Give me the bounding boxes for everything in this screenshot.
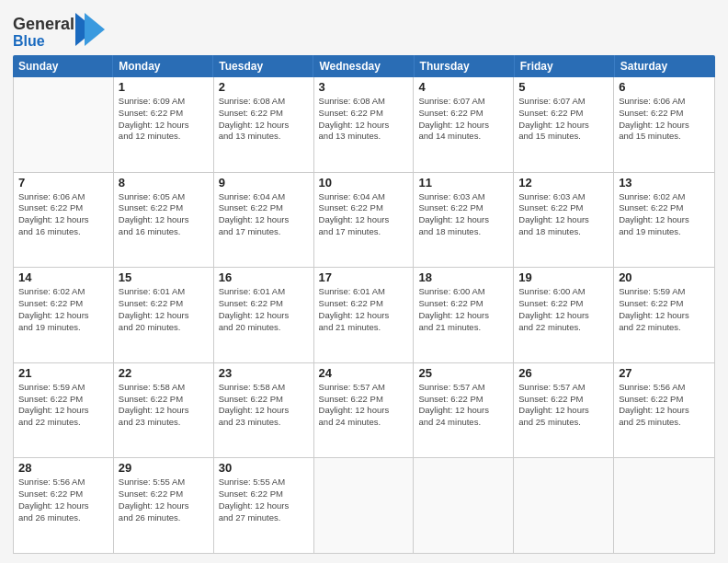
cell-info: Sunrise: 5:56 AM Sunset: 6:22 PM Dayligh…: [619, 382, 710, 429]
day-number: 11: [418, 176, 508, 190]
calendar-cell: 20Sunrise: 5:59 AM Sunset: 6:22 PM Dayli…: [614, 268, 714, 362]
calendar-cell: 28Sunrise: 5:56 AM Sunset: 6:22 PM Dayli…: [14, 458, 114, 553]
calendar-cell: 26Sunrise: 5:57 AM Sunset: 6:22 PM Dayli…: [514, 363, 614, 458]
cell-info: Sunrise: 6:01 AM Sunset: 6:22 PM Dayligh…: [219, 286, 309, 333]
calendar-cell: 24Sunrise: 5:57 AM Sunset: 6:22 PM Dayli…: [314, 363, 415, 458]
day-number: 15: [119, 270, 209, 284]
calendar-cell: 4Sunrise: 6:07 AM Sunset: 6:22 PM Daylig…: [414, 77, 514, 172]
cell-info: Sunrise: 5:59 AM Sunset: 6:22 PM Dayligh…: [619, 286, 710, 333]
header: General Blue: [13, 9, 715, 50]
calendar-row: 1Sunrise: 6:09 AM Sunset: 6:22 PM Daylig…: [14, 77, 714, 173]
day-number: 17: [319, 270, 409, 284]
cell-info: Sunrise: 6:07 AM Sunset: 6:22 PM Dayligh…: [418, 96, 508, 143]
calendar-cell: 23Sunrise: 5:58 AM Sunset: 6:22 PM Dayli…: [214, 363, 314, 458]
calendar-cell: 21Sunrise: 5:59 AM Sunset: 6:22 PM Dayli…: [14, 363, 114, 458]
cell-info: Sunrise: 5:55 AM Sunset: 6:22 PM Dayligh…: [119, 477, 209, 523]
day-number: 13: [619, 176, 710, 190]
calendar-cell: 1Sunrise: 6:09 AM Sunset: 6:22 PM Daylig…: [114, 77, 214, 172]
day-number: 24: [319, 366, 409, 380]
cell-info: Sunrise: 6:04 AM Sunset: 6:22 PM Dayligh…: [319, 191, 409, 238]
calendar-cell: 11Sunrise: 6:03 AM Sunset: 6:22 PM Dayli…: [414, 173, 514, 268]
calendar-cell: 6Sunrise: 6:06 AM Sunset: 6:22 PM Daylig…: [614, 77, 714, 172]
calendar-header: SundayMondayTuesdayWednesdayThursdayFrid…: [13, 55, 715, 77]
cell-info: Sunrise: 6:05 AM Sunset: 6:22 PM Dayligh…: [119, 191, 209, 238]
cell-info: Sunrise: 6:03 AM Sunset: 6:22 PM Dayligh…: [418, 191, 508, 238]
calendar: SundayMondayTuesdayWednesdayThursdayFrid…: [13, 55, 715, 554]
calendar-cell: 15Sunrise: 6:01 AM Sunset: 6:22 PM Dayli…: [114, 268, 214, 362]
day-number: 3: [319, 80, 409, 94]
cell-info: Sunrise: 6:00 AM Sunset: 6:22 PM Dayligh…: [418, 286, 508, 333]
calendar-cell: 27Sunrise: 5:56 AM Sunset: 6:22 PM Dayli…: [614, 363, 714, 458]
cell-info: Sunrise: 5:58 AM Sunset: 6:22 PM Dayligh…: [219, 382, 309, 429]
cell-info: Sunrise: 6:06 AM Sunset: 6:22 PM Dayligh…: [619, 96, 710, 143]
cell-info: Sunrise: 5:56 AM Sunset: 6:22 PM Dayligh…: [18, 477, 108, 523]
day-number: 12: [518, 176, 609, 190]
calendar-cell: 25Sunrise: 5:57 AM Sunset: 6:22 PM Dayli…: [414, 363, 514, 458]
day-number: 21: [18, 366, 108, 380]
calendar-row: 28Sunrise: 5:56 AM Sunset: 6:22 PM Dayli…: [14, 458, 714, 553]
calendar-cell: [414, 458, 514, 553]
day-number: 2: [219, 80, 309, 94]
calendar-cell: 22Sunrise: 5:58 AM Sunset: 6:22 PM Dayli…: [114, 363, 214, 458]
cell-info: Sunrise: 6:03 AM Sunset: 6:22 PM Dayligh…: [518, 191, 609, 238]
cell-info: Sunrise: 6:06 AM Sunset: 6:22 PM Dayligh…: [18, 191, 108, 238]
header-day: Wednesday: [313, 55, 414, 77]
cell-info: Sunrise: 6:08 AM Sunset: 6:22 PM Dayligh…: [219, 96, 309, 143]
cell-info: Sunrise: 6:00 AM Sunset: 6:22 PM Dayligh…: [518, 286, 609, 333]
day-number: 30: [219, 461, 309, 475]
logo-svg: General Blue: [13, 9, 114, 50]
day-number: 20: [619, 270, 710, 284]
calendar-cell: 8Sunrise: 6:05 AM Sunset: 6:22 PM Daylig…: [114, 173, 214, 268]
logo: General Blue: [13, 9, 114, 50]
page: General Blue SundayMondayTuesdayWednesda…: [0, 0, 728, 563]
cell-info: Sunrise: 6:01 AM Sunset: 6:22 PM Dayligh…: [119, 286, 209, 333]
cell-info: Sunrise: 6:08 AM Sunset: 6:22 PM Dayligh…: [319, 96, 409, 143]
calendar-cell: 3Sunrise: 6:08 AM Sunset: 6:22 PM Daylig…: [314, 77, 415, 172]
calendar-cell: 5Sunrise: 6:07 AM Sunset: 6:22 PM Daylig…: [514, 77, 614, 172]
cell-info: Sunrise: 6:01 AM Sunset: 6:22 PM Dayligh…: [319, 286, 409, 333]
header-day: Friday: [515, 55, 615, 77]
cell-info: Sunrise: 6:02 AM Sunset: 6:22 PM Dayligh…: [18, 286, 108, 333]
svg-text:Blue: Blue: [13, 33, 45, 49]
calendar-cell: 18Sunrise: 6:00 AM Sunset: 6:22 PM Dayli…: [414, 268, 514, 362]
cell-info: Sunrise: 6:02 AM Sunset: 6:22 PM Dayligh…: [619, 191, 710, 238]
day-number: 28: [18, 461, 108, 475]
svg-text:General: General: [13, 15, 74, 33]
calendar-cell: [614, 458, 714, 553]
day-number: 1: [119, 80, 209, 94]
day-number: 4: [418, 80, 508, 94]
calendar-row: 7Sunrise: 6:06 AM Sunset: 6:22 PM Daylig…: [14, 173, 714, 269]
logo-image: General Blue: [13, 9, 114, 50]
header-day: Tuesday: [213, 55, 313, 77]
cell-info: Sunrise: 5:57 AM Sunset: 6:22 PM Dayligh…: [319, 382, 409, 429]
header-day: Saturday: [615, 55, 715, 77]
calendar-cell: 9Sunrise: 6:04 AM Sunset: 6:22 PM Daylig…: [214, 173, 314, 268]
day-number: 8: [119, 176, 209, 190]
day-number: 5: [518, 80, 609, 94]
cell-info: Sunrise: 5:59 AM Sunset: 6:22 PM Dayligh…: [18, 382, 108, 429]
header-day: Thursday: [415, 55, 515, 77]
day-number: 7: [18, 176, 108, 190]
cell-info: Sunrise: 5:57 AM Sunset: 6:22 PM Dayligh…: [518, 382, 609, 429]
calendar-row: 14Sunrise: 6:02 AM Sunset: 6:22 PM Dayli…: [14, 268, 714, 363]
cell-info: Sunrise: 6:09 AM Sunset: 6:22 PM Dayligh…: [119, 96, 209, 143]
svg-marker-2: [85, 13, 105, 46]
calendar-cell: [14, 77, 114, 172]
day-number: 29: [119, 461, 209, 475]
day-number: 22: [119, 366, 209, 380]
cell-info: Sunrise: 5:58 AM Sunset: 6:22 PM Dayligh…: [119, 382, 209, 429]
calendar-cell: 12Sunrise: 6:03 AM Sunset: 6:22 PM Dayli…: [514, 173, 614, 268]
day-number: 14: [18, 270, 108, 284]
calendar-body: 1Sunrise: 6:09 AM Sunset: 6:22 PM Daylig…: [13, 77, 715, 554]
calendar-row: 21Sunrise: 5:59 AM Sunset: 6:22 PM Dayli…: [14, 363, 714, 459]
calendar-cell: 2Sunrise: 6:08 AM Sunset: 6:22 PM Daylig…: [214, 77, 314, 172]
calendar-cell: 13Sunrise: 6:02 AM Sunset: 6:22 PM Dayli…: [614, 173, 714, 268]
calendar-cell: 14Sunrise: 6:02 AM Sunset: 6:22 PM Dayli…: [14, 268, 114, 362]
header-day: Sunday: [13, 55, 113, 77]
calendar-cell: 19Sunrise: 6:00 AM Sunset: 6:22 PM Dayli…: [514, 268, 614, 362]
calendar-cell: 10Sunrise: 6:04 AM Sunset: 6:22 PM Dayli…: [314, 173, 415, 268]
day-number: 18: [418, 270, 508, 284]
day-number: 10: [319, 176, 409, 190]
day-number: 27: [619, 366, 710, 380]
calendar-cell: 17Sunrise: 6:01 AM Sunset: 6:22 PM Dayli…: [314, 268, 415, 362]
